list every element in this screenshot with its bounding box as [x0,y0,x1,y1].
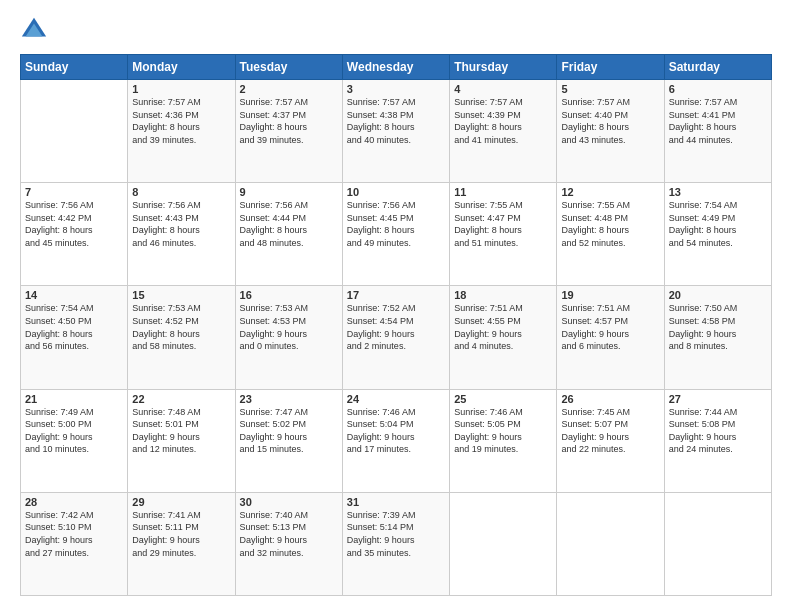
day-number: 4 [454,83,552,95]
day-info: Sunrise: 7:47 AM Sunset: 5:02 PM Dayligh… [240,406,338,456]
calendar-cell: 3Sunrise: 7:57 AM Sunset: 4:38 PM Daylig… [342,80,449,183]
day-number: 29 [132,496,230,508]
calendar-week-3: 21Sunrise: 7:49 AM Sunset: 5:00 PM Dayli… [21,389,772,492]
day-number: 15 [132,289,230,301]
day-header-friday: Friday [557,55,664,80]
day-number: 21 [25,393,123,405]
day-info: Sunrise: 7:41 AM Sunset: 5:11 PM Dayligh… [132,509,230,559]
day-number: 5 [561,83,659,95]
day-info: Sunrise: 7:56 AM Sunset: 4:45 PM Dayligh… [347,199,445,249]
calendar-cell: 25Sunrise: 7:46 AM Sunset: 5:05 PM Dayli… [450,389,557,492]
day-number: 30 [240,496,338,508]
calendar-cell: 4Sunrise: 7:57 AM Sunset: 4:39 PM Daylig… [450,80,557,183]
calendar-cell: 16Sunrise: 7:53 AM Sunset: 4:53 PM Dayli… [235,286,342,389]
day-info: Sunrise: 7:44 AM Sunset: 5:08 PM Dayligh… [669,406,767,456]
calendar-cell: 30Sunrise: 7:40 AM Sunset: 5:13 PM Dayli… [235,492,342,595]
calendar-cell [21,80,128,183]
day-info: Sunrise: 7:49 AM Sunset: 5:00 PM Dayligh… [25,406,123,456]
day-number: 9 [240,186,338,198]
calendar-cell: 20Sunrise: 7:50 AM Sunset: 4:58 PM Dayli… [664,286,771,389]
day-info: Sunrise: 7:56 AM Sunset: 4:44 PM Dayligh… [240,199,338,249]
day-number: 24 [347,393,445,405]
day-header-monday: Monday [128,55,235,80]
calendar-cell: 6Sunrise: 7:57 AM Sunset: 4:41 PM Daylig… [664,80,771,183]
calendar-cell: 7Sunrise: 7:56 AM Sunset: 4:42 PM Daylig… [21,183,128,286]
day-info: Sunrise: 7:54 AM Sunset: 4:50 PM Dayligh… [25,302,123,352]
day-number: 2 [240,83,338,95]
day-info: Sunrise: 7:55 AM Sunset: 4:48 PM Dayligh… [561,199,659,249]
calendar-header: SundayMondayTuesdayWednesdayThursdayFrid… [21,55,772,80]
calendar-body: 1Sunrise: 7:57 AM Sunset: 4:36 PM Daylig… [21,80,772,596]
day-info: Sunrise: 7:48 AM Sunset: 5:01 PM Dayligh… [132,406,230,456]
calendar-cell: 26Sunrise: 7:45 AM Sunset: 5:07 PM Dayli… [557,389,664,492]
day-number: 3 [347,83,445,95]
day-number: 27 [669,393,767,405]
day-info: Sunrise: 7:57 AM Sunset: 4:40 PM Dayligh… [561,96,659,146]
calendar-cell: 5Sunrise: 7:57 AM Sunset: 4:40 PM Daylig… [557,80,664,183]
calendar-cell: 17Sunrise: 7:52 AM Sunset: 4:54 PM Dayli… [342,286,449,389]
calendar-table: SundayMondayTuesdayWednesdayThursdayFrid… [20,54,772,596]
day-number: 17 [347,289,445,301]
day-info: Sunrise: 7:54 AM Sunset: 4:49 PM Dayligh… [669,199,767,249]
day-info: Sunrise: 7:39 AM Sunset: 5:14 PM Dayligh… [347,509,445,559]
day-header-tuesday: Tuesday [235,55,342,80]
day-number: 22 [132,393,230,405]
calendar-cell: 14Sunrise: 7:54 AM Sunset: 4:50 PM Dayli… [21,286,128,389]
calendar-cell: 10Sunrise: 7:56 AM Sunset: 4:45 PM Dayli… [342,183,449,286]
page: SundayMondayTuesdayWednesdayThursdayFrid… [0,0,792,612]
day-number: 6 [669,83,767,95]
day-info: Sunrise: 7:52 AM Sunset: 4:54 PM Dayligh… [347,302,445,352]
day-number: 10 [347,186,445,198]
day-info: Sunrise: 7:51 AM Sunset: 4:57 PM Dayligh… [561,302,659,352]
day-info: Sunrise: 7:45 AM Sunset: 5:07 PM Dayligh… [561,406,659,456]
day-info: Sunrise: 7:55 AM Sunset: 4:47 PM Dayligh… [454,199,552,249]
calendar-cell [664,492,771,595]
day-number: 28 [25,496,123,508]
calendar-week-1: 7Sunrise: 7:56 AM Sunset: 4:42 PM Daylig… [21,183,772,286]
calendar-week-2: 14Sunrise: 7:54 AM Sunset: 4:50 PM Dayli… [21,286,772,389]
day-number: 8 [132,186,230,198]
logo [20,16,52,44]
day-info: Sunrise: 7:46 AM Sunset: 5:05 PM Dayligh… [454,406,552,456]
calendar-cell: 27Sunrise: 7:44 AM Sunset: 5:08 PM Dayli… [664,389,771,492]
day-info: Sunrise: 7:46 AM Sunset: 5:04 PM Dayligh… [347,406,445,456]
day-number: 26 [561,393,659,405]
day-info: Sunrise: 7:53 AM Sunset: 4:53 PM Dayligh… [240,302,338,352]
calendar-cell: 31Sunrise: 7:39 AM Sunset: 5:14 PM Dayli… [342,492,449,595]
logo-icon [20,16,48,44]
day-number: 12 [561,186,659,198]
calendar-cell: 29Sunrise: 7:41 AM Sunset: 5:11 PM Dayli… [128,492,235,595]
day-number: 13 [669,186,767,198]
calendar-cell: 28Sunrise: 7:42 AM Sunset: 5:10 PM Dayli… [21,492,128,595]
day-info: Sunrise: 7:57 AM Sunset: 4:37 PM Dayligh… [240,96,338,146]
calendar-cell: 13Sunrise: 7:54 AM Sunset: 4:49 PM Dayli… [664,183,771,286]
day-info: Sunrise: 7:42 AM Sunset: 5:10 PM Dayligh… [25,509,123,559]
day-number: 11 [454,186,552,198]
day-info: Sunrise: 7:57 AM Sunset: 4:36 PM Dayligh… [132,96,230,146]
calendar-week-0: 1Sunrise: 7:57 AM Sunset: 4:36 PM Daylig… [21,80,772,183]
header [20,16,772,44]
calendar-week-4: 28Sunrise: 7:42 AM Sunset: 5:10 PM Dayli… [21,492,772,595]
calendar-cell: 22Sunrise: 7:48 AM Sunset: 5:01 PM Dayli… [128,389,235,492]
day-info: Sunrise: 7:40 AM Sunset: 5:13 PM Dayligh… [240,509,338,559]
calendar-cell: 23Sunrise: 7:47 AM Sunset: 5:02 PM Dayli… [235,389,342,492]
day-number: 7 [25,186,123,198]
day-info: Sunrise: 7:56 AM Sunset: 4:43 PM Dayligh… [132,199,230,249]
day-info: Sunrise: 7:50 AM Sunset: 4:58 PM Dayligh… [669,302,767,352]
calendar-cell: 9Sunrise: 7:56 AM Sunset: 4:44 PM Daylig… [235,183,342,286]
calendar-cell: 11Sunrise: 7:55 AM Sunset: 4:47 PM Dayli… [450,183,557,286]
day-number: 23 [240,393,338,405]
calendar-cell: 21Sunrise: 7:49 AM Sunset: 5:00 PM Dayli… [21,389,128,492]
calendar-cell: 8Sunrise: 7:56 AM Sunset: 4:43 PM Daylig… [128,183,235,286]
day-number: 20 [669,289,767,301]
day-info: Sunrise: 7:53 AM Sunset: 4:52 PM Dayligh… [132,302,230,352]
day-info: Sunrise: 7:56 AM Sunset: 4:42 PM Dayligh… [25,199,123,249]
day-number: 31 [347,496,445,508]
day-info: Sunrise: 7:57 AM Sunset: 4:41 PM Dayligh… [669,96,767,146]
day-number: 1 [132,83,230,95]
day-header-saturday: Saturday [664,55,771,80]
calendar-cell: 1Sunrise: 7:57 AM Sunset: 4:36 PM Daylig… [128,80,235,183]
day-header-sunday: Sunday [21,55,128,80]
calendar-cell: 15Sunrise: 7:53 AM Sunset: 4:52 PM Dayli… [128,286,235,389]
day-header-thursday: Thursday [450,55,557,80]
